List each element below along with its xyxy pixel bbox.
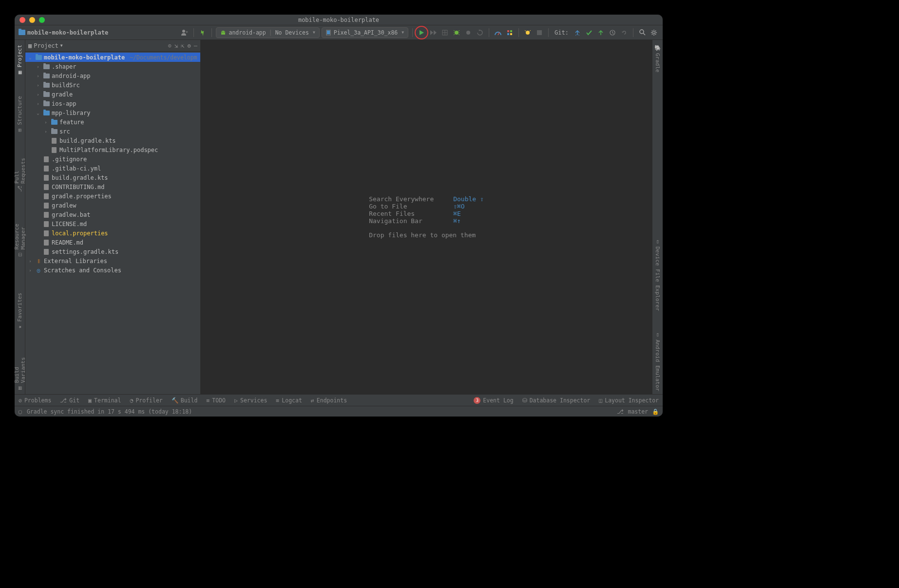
chevron-right-icon[interactable]: › xyxy=(27,268,33,273)
chevron-right-icon[interactable]: › xyxy=(35,74,41,78)
expand-icon[interactable]: ⇲ xyxy=(174,42,178,49)
tree-row[interactable]: ›src xyxy=(25,127,200,136)
gutter-project[interactable]: ▦Project xyxy=(17,42,23,78)
tree-row[interactable]: MultiPlatformLibrary.podspec xyxy=(25,145,200,154)
bottom-tool-git[interactable]: ⎇Git xyxy=(60,397,79,404)
chevron-right-icon[interactable]: › xyxy=(43,129,49,134)
tree-row[interactable]: ›gradle xyxy=(25,90,200,99)
chevron-right-icon[interactable]: › xyxy=(43,120,49,125)
git-label: Git: xyxy=(555,29,569,36)
tree-row[interactable]: ›android-app xyxy=(25,71,200,80)
tree-root[interactable]: ⌄ mobile-moko-boilerplate ~/Documents/de… xyxy=(25,53,200,62)
bottom-tool-services[interactable]: ▷Services xyxy=(234,397,267,404)
debug2-icon[interactable] xyxy=(523,28,533,38)
chevron-right-icon[interactable]: › xyxy=(35,64,41,69)
tool-window-toggle-icon[interactable]: ▢ xyxy=(19,408,22,415)
bottom-tool-event-log[interactable]: 3Event Log xyxy=(474,397,513,404)
stop-icon[interactable] xyxy=(535,28,544,38)
gutter-build-variants[interactable]: ▤Build Variants xyxy=(15,348,26,394)
debug-next-icon[interactable] xyxy=(428,28,438,38)
collapse-icon[interactable]: ⇱ xyxy=(181,42,184,49)
history-icon[interactable] xyxy=(608,28,617,38)
chevron-right-icon[interactable]: › xyxy=(35,83,41,88)
debug-icon[interactable] xyxy=(452,28,461,38)
build-icon[interactable] xyxy=(198,28,208,38)
tree-item-label: mpp-library xyxy=(52,110,90,116)
tree-row[interactable]: ›buildSrc xyxy=(25,80,200,90)
gear-icon[interactable] xyxy=(649,28,659,38)
bottom-tool-database-inspector[interactable]: ⛁Database Inspector xyxy=(522,397,591,404)
bottom-tool-todo[interactable]: ≡TODO xyxy=(206,397,226,404)
lock-icon[interactable]: 🔒 xyxy=(652,408,659,415)
bottom-tool-build[interactable]: 🔨Build xyxy=(172,397,198,404)
close-icon[interactable] xyxy=(19,17,25,23)
bottom-tool-logcat[interactable]: ≡Logcat xyxy=(276,397,302,404)
user-icon[interactable]: + xyxy=(180,28,190,38)
git-update-icon[interactable] xyxy=(573,28,582,38)
sync-icon[interactable] xyxy=(475,28,485,38)
tree-row[interactable]: .gitlab-ci.yml xyxy=(25,164,200,173)
gutter-gradle[interactable]: 🐘Gradle xyxy=(654,42,661,76)
gutter-pull-requests[interactable]: ⎇Pull Requests xyxy=(15,151,26,195)
breadcrumb[interactable]: mobile-moko-boilerplate xyxy=(19,29,177,36)
search-icon[interactable] xyxy=(637,28,647,38)
chevron-right-icon[interactable]: › xyxy=(35,92,41,97)
chevron-right-icon[interactable]: › xyxy=(35,101,41,106)
tree-row[interactable]: .gitignore xyxy=(25,154,200,164)
bottom-tool-layout-inspector[interactable]: ◫Layout Inspector xyxy=(599,397,659,404)
gutter-structure[interactable]: ⊞Structure xyxy=(17,93,23,136)
run-config-selector[interactable]: android-app | No Devices ▼ xyxy=(216,27,320,38)
branch-icon[interactable]: ⎇ xyxy=(617,408,624,415)
tree-external-libraries[interactable]: › ⫴ External Libraries xyxy=(25,256,200,266)
gutter-emulator[interactable]: ▯Android Emulator xyxy=(654,328,661,394)
app-inspect-icon[interactable] xyxy=(505,28,515,38)
chevron-down-icon[interactable]: ⌄ xyxy=(27,55,33,60)
tree-row[interactable]: build.gradle.kts xyxy=(25,136,200,145)
window-title: mobile-moko-boilerplate xyxy=(298,17,379,23)
tree-row[interactable]: local.properties xyxy=(25,228,200,238)
chevron-right-icon[interactable]: › xyxy=(27,259,33,264)
git-push-icon[interactable] xyxy=(596,28,606,38)
hint-label: Recent Files xyxy=(369,210,444,217)
tree-row[interactable]: ⌄mpp-library xyxy=(25,108,200,117)
tree-row[interactable]: CONTRIBUTING.md xyxy=(25,182,200,191)
gutter-resource-manager[interactable]: ◫Resource Manager xyxy=(15,209,26,261)
tree-row[interactable]: gradle.properties xyxy=(25,191,200,201)
editor-area[interactable]: Search EverywhereDouble ⇧Go to File⇧⌘ORe… xyxy=(201,40,652,394)
gutter-device-explorer[interactable]: ▯Device File Explorer xyxy=(654,235,661,314)
profiler-icon[interactable] xyxy=(493,28,503,38)
tree-row[interactable]: LICENSE.md xyxy=(25,219,200,228)
tree-row[interactable]: gradlew xyxy=(25,201,200,210)
gutter-favorites[interactable]: ★Favorites xyxy=(17,290,23,333)
bottom-tool-terminal[interactable]: ▣Terminal xyxy=(88,397,121,404)
file-icon xyxy=(44,240,49,246)
tree-item-label: ios-app xyxy=(52,100,77,107)
run-button[interactable] xyxy=(417,28,426,38)
tree-scratches[interactable]: › ◎ Scratches and Consoles xyxy=(25,266,200,275)
debug-attach-icon[interactable] xyxy=(463,28,473,38)
folder-icon xyxy=(51,129,57,134)
hide-icon[interactable]: — xyxy=(194,42,197,49)
tree-row[interactable]: ›ios-app xyxy=(25,99,200,108)
chevron-down-icon[interactable]: ⌄ xyxy=(35,111,41,115)
device-selector[interactable]: Pixel_3a_API_30_x86 ▼ xyxy=(322,27,408,38)
locate-icon[interactable]: ⊙ xyxy=(168,42,172,49)
tree-row[interactable]: gradlew.bat xyxy=(25,210,200,219)
bottom-tool-profiler[interactable]: ◔Profiler xyxy=(130,397,162,404)
project-tree[interactable]: ⌄ mobile-moko-boilerplate ~/Documents/de… xyxy=(25,52,200,394)
revert-icon[interactable] xyxy=(619,28,629,38)
bottom-tool-endpoints[interactable]: ⇄Endpoints xyxy=(311,397,347,404)
minimize-icon[interactable] xyxy=(29,17,35,23)
bottom-tool-problems[interactable]: ⊘Problems xyxy=(19,397,51,404)
gear-icon[interactable]: ⚙ xyxy=(188,42,191,49)
git-commit-icon[interactable] xyxy=(584,28,594,38)
tree-row[interactable]: build.gradle.kts xyxy=(25,173,200,182)
tree-row[interactable]: README.md xyxy=(25,238,200,247)
coverage-icon[interactable] xyxy=(440,28,450,38)
panel-title[interactable]: ▦ Project ▼ xyxy=(28,42,165,49)
tree-row[interactable]: settings.gradle.kts xyxy=(25,247,200,256)
branch-name[interactable]: master xyxy=(628,408,648,415)
tree-row[interactable]: ›feature xyxy=(25,117,200,127)
maximize-icon[interactable] xyxy=(39,17,45,23)
tree-row[interactable]: ›.shaper xyxy=(25,62,200,71)
